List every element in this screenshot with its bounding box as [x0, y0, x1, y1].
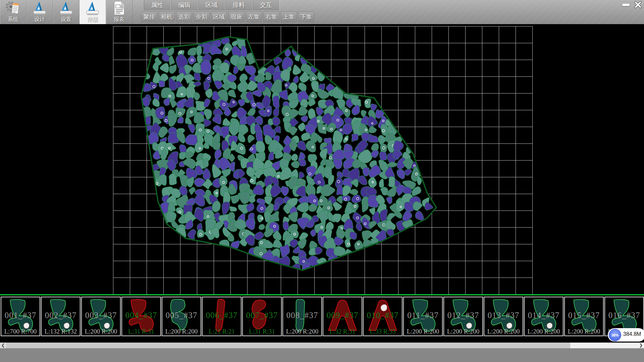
- report-document-icon: [112, 0, 126, 16]
- action-button-bar: 聚排相机选割全割区域瑕疵左靠右靠上靠下靠: [141, 11, 314, 22]
- toolbar-label-report: 报表: [114, 16, 124, 23]
- piece-count-label: L:31 R:31: [122, 328, 160, 335]
- action-button-7[interactable]: 左靠: [246, 11, 262, 22]
- toolbar-button-nesting[interactable]: 排版: [79, 0, 106, 24]
- action-button-3[interactable]: 选割: [176, 11, 192, 22]
- horizontal-scrollbar[interactable]: ❮ ❯: [0, 343, 644, 348]
- piece-id-label: 006_#37: [203, 311, 241, 320]
- toolbar-button-report[interactable]: 报表: [106, 0, 132, 24]
- piece-id-label: 004_#37: [122, 311, 160, 320]
- window-controls: [621, 1, 643, 8]
- menu-tab-4[interactable]: 排料: [225, 0, 253, 10]
- settings-ruler-icon: [59, 0, 73, 16]
- piece-id-label: 003_#37: [82, 311, 120, 320]
- menu-tab-2[interactable]: 编辑: [171, 0, 198, 10]
- piece-id-label: 010_#37: [364, 311, 402, 320]
- scroll-right-arrow-icon[interactable]: ❯: [638, 343, 644, 348]
- piece-id-label: 009_#37: [323, 311, 362, 320]
- action-button-9[interactable]: 上靠: [281, 11, 297, 22]
- piece-count-label: L:200 R:200: [82, 328, 120, 335]
- scrollbar-thumb[interactable]: [6, 343, 570, 348]
- action-button-1[interactable]: 聚排: [141, 11, 157, 22]
- piece-id-label: 012_#37: [444, 311, 482, 320]
- memory-status-pill[interactable]: 38% 384.8M: [608, 328, 644, 342]
- piece-count-label: L:32 R:31: [323, 328, 362, 335]
- scroll-left-arrow-icon[interactable]: ❮: [0, 343, 6, 348]
- piece-count-label: L:200 R:200: [565, 328, 603, 335]
- piece-id-label: 011_#37: [404, 311, 442, 320]
- piece-thumbnail-011_#37[interactable]: 011_#37L:200 R:200: [403, 297, 443, 336]
- piece-thumbnail-010_#37[interactable]: 010_#37L:33 R:33: [363, 297, 402, 336]
- toolbar-label-nesting: 排版: [87, 16, 98, 23]
- nesting-canvas[interactable]: [0, 24, 644, 294]
- piece-id-label: 013_#37: [484, 311, 523, 320]
- piece-thumbnail-008_#37[interactable]: 008_#37L:200 R:200: [282, 297, 322, 336]
- piece-thumbnail-001_#37[interactable]: 001_#37L:700 R:700: [1, 297, 40, 336]
- menu-tab-1[interactable]: 属性: [144, 0, 171, 10]
- piece-id-label: 015_#37: [565, 311, 603, 320]
- action-button-2[interactable]: 相机: [159, 11, 175, 22]
- piece-thumbnail-006_#37[interactable]: 006_#37L:21 R:21: [202, 297, 241, 336]
- piece-count-label: L:700 R:700: [1, 328, 40, 335]
- piece-id-label: 005_#37: [162, 311, 201, 320]
- system-gear-icon: [6, 0, 20, 16]
- minimize-button[interactable]: [621, 1, 631, 8]
- strip-top-divider: [0, 294, 644, 295]
- menu-tab-bar: 属性编辑区域排料交互: [144, 0, 280, 10]
- piece-thumbnail-013_#37[interactable]: 013_#37L:200 R:200: [484, 297, 523, 336]
- piece-count-label: L:21 R:21: [203, 328, 241, 335]
- piece-count-label: L:200 R:200: [404, 328, 442, 335]
- action-button-5[interactable]: 区域: [211, 11, 227, 22]
- close-icon: [634, 1, 642, 8]
- menu-tab-5[interactable]: 交互: [253, 0, 280, 10]
- nesting-ruler-icon: [85, 0, 100, 16]
- piece-id-label: 001_#37: [1, 311, 40, 320]
- piece-thumbnail-015_#37[interactable]: 015_#37L:200 R:200: [564, 297, 604, 336]
- piece-thumbnail-005_#37[interactable]: 005_#37L:200 R:200: [162, 297, 201, 336]
- piece-thumbnail-strip: 001_#37L:700 R:700002_#37L:132 R:132003_…: [0, 295, 644, 337]
- toolbar-label-settings: 设置: [61, 16, 71, 23]
- piece-thumbnail-004_#37[interactable]: 004_#37L:31 R:31: [121, 297, 161, 336]
- close-button[interactable]: [633, 1, 643, 8]
- toolbar-label-design: 设计: [34, 16, 45, 23]
- action-button-4[interactable]: 全割: [194, 11, 210, 22]
- menu-tab-3[interactable]: 区域: [198, 0, 225, 10]
- memory-value: 384.8M: [623, 331, 641, 337]
- piece-id-label: 016_#37: [605, 311, 643, 320]
- action-button-8[interactable]: 右靠: [263, 11, 279, 22]
- piece-count-label: L:200 R:200: [484, 328, 523, 335]
- piece-thumbnail-014_#37[interactable]: 014_#37L:200 R:200: [524, 297, 564, 336]
- piece-thumbnail-007_#37[interactable]: 007_#37L:31 R:31: [242, 297, 282, 336]
- status-bar-area: [0, 348, 644, 362]
- piece-count-label: L:200 R:200: [525, 328, 563, 335]
- nesting-svg: [0, 24, 644, 294]
- minimize-icon: [622, 4, 630, 6]
- piece-thumbnail-002_#37[interactable]: 002_#37L:132 R:132: [41, 297, 80, 336]
- action-button-10[interactable]: 下靠: [298, 11, 314, 22]
- piece-count-label: L:200 R:200: [162, 328, 201, 335]
- toolbar-button-group: 系统 设计 设置: [0, 0, 132, 24]
- piece-id-label: 008_#37: [283, 311, 321, 320]
- design-ruler-icon: [32, 0, 47, 16]
- toolbar-button-system[interactable]: 系统: [0, 0, 26, 24]
- piece-id-label: 007_#37: [243, 311, 281, 320]
- piece-count-label: L:33 R:33: [364, 328, 402, 335]
- piece-id-label: 002_#37: [42, 311, 80, 320]
- toolbar-button-settings[interactable]: 设置: [53, 0, 79, 24]
- toolbar-button-design[interactable]: 设计: [26, 0, 53, 24]
- progress-circle: 38%: [609, 329, 621, 341]
- main-toolbar: 系统 设计 设置: [0, 0, 644, 24]
- piece-count-label: L:31 R:31: [243, 328, 281, 335]
- piece-id-label: 014_#37: [525, 311, 563, 320]
- piece-thumbnail-009_#37[interactable]: 009_#37L:32 R:31: [323, 297, 362, 336]
- piece-thumbnail-012_#37[interactable]: 012_#37L:200 R:200: [443, 297, 483, 336]
- piece-count-label: L:200 R:200: [283, 328, 321, 335]
- action-button-6[interactable]: 瑕疵: [228, 11, 245, 22]
- piece-count-label: L:200 R:200: [444, 328, 482, 335]
- piece-thumbnail-003_#37[interactable]: 003_#37L:200 R:200: [81, 297, 121, 336]
- piece-count-label: L:132 R:132: [42, 328, 80, 335]
- toolbar-label-system: 系统: [8, 16, 18, 23]
